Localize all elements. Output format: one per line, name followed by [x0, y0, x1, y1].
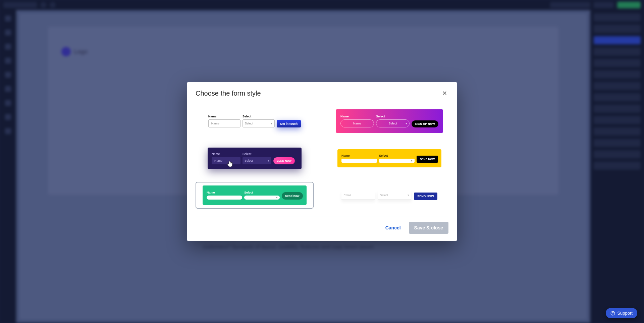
form-preview-minimal-white: Name Name Select Select Get in touch [208, 115, 301, 127]
form-style-option-3[interactable]: Name Name Select Select SEND NOW [196, 145, 314, 172]
save-button[interactable]: Save & close [409, 222, 448, 234]
submit-button-preview: SEND NOW [417, 156, 438, 163]
name-input-preview: Name [212, 157, 240, 164]
name-label: Name [212, 152, 240, 156]
select-preview: Select [378, 191, 411, 200]
select-label: Select [243, 152, 271, 156]
modal-body: Name Name Select Select Get in touch Nam… [187, 101, 457, 212]
svg-point-1 [613, 314, 613, 314]
modal-overlay[interactable]: Choose the form style ✕ Name Name Select… [0, 0, 644, 323]
form-style-option-2[interactable]: Name Name Select Select SIGN UP NOW [330, 107, 448, 135]
select-label: Select [379, 154, 415, 157]
select-preview [379, 159, 415, 163]
submit-button-preview: Send now [282, 192, 303, 200]
form-preview-dark-purple: Name Name Select Select SEND NOW [208, 148, 302, 169]
modal-title: Choose the form style [196, 90, 261, 97]
name-input-preview: Name [340, 119, 374, 127]
name-input-preview [341, 159, 377, 163]
support-label: Support [617, 311, 633, 316]
form-style-option-5[interactable]: Name Select Send now [196, 182, 314, 209]
form-preview-green: Name Select Send now [203, 185, 307, 205]
form-preview-gradient: Name Name Select Select SIGN UP NOW [336, 109, 443, 133]
form-style-modal: Choose the form style ✕ Name Name Select… [187, 82, 457, 241]
name-label: Name [207, 191, 242, 194]
cancel-button[interactable]: Cancel [382, 222, 404, 233]
form-style-option-4[interactable]: Name Select SEND NOW [330, 145, 448, 172]
select-label: Select [243, 115, 275, 118]
help-icon [610, 311, 615, 316]
form-preview-minimal-underline: Email Select SEND NOW [341, 188, 437, 203]
select-preview: Select [376, 119, 410, 127]
select-label: Select [376, 115, 410, 118]
name-input-preview: Name [208, 119, 240, 127]
email-input-preview: Email [341, 191, 375, 200]
name-label: Name [340, 115, 374, 118]
form-style-option-6[interactable]: Email Select SEND NOW [330, 182, 448, 209]
form-preview-yellow: Name Select SEND NOW [337, 149, 441, 167]
select-preview [244, 196, 280, 200]
select-preview: Select [243, 157, 271, 164]
support-button[interactable]: Support [606, 308, 637, 318]
name-input-preview [207, 196, 242, 200]
form-style-option-1[interactable]: Name Name Select Select Get in touch [196, 107, 314, 135]
submit-button-preview: SEND NOW [273, 157, 295, 164]
submit-button-preview: SEND NOW [414, 193, 437, 200]
modal-footer: Cancel Save & close [187, 216, 457, 241]
select-preview: Select [243, 119, 275, 127]
select-label: Select [244, 191, 280, 194]
name-label: Name [341, 154, 377, 157]
submit-button-preview: SIGN UP NOW [412, 120, 438, 127]
modal-header: Choose the form style ✕ [187, 82, 457, 101]
close-icon[interactable]: ✕ [440, 89, 448, 97]
submit-button-preview: Get in touch [277, 120, 301, 127]
name-label: Name [208, 115, 240, 118]
